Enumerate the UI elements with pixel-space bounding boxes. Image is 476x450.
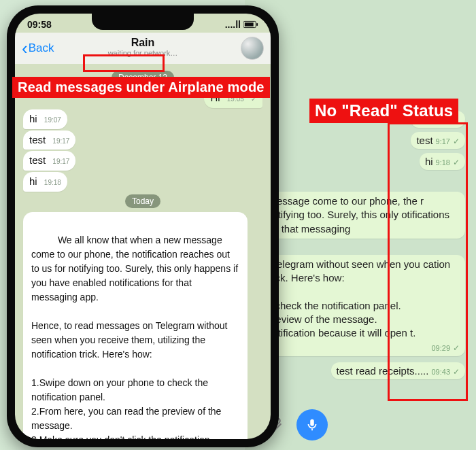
- message-row-in[interactable]: test 19:17: [23, 151, 262, 171]
- msg-time: 19:18: [44, 179, 61, 186]
- msg-text: hi: [29, 175, 37, 187]
- msg-time: 19:17: [52, 137, 69, 145]
- back-button[interactable]: ‹ Back: [22, 41, 54, 55]
- battery-icon: [243, 20, 258, 29]
- msg-text: …elegram without seen when you cation tr…: [267, 258, 460, 341]
- message-row-in[interactable]: We all know that when a new message come…: [23, 212, 262, 439]
- phone-frame: 09:58 ....ll ‹ Back Rain waiting for net…: [7, 5, 279, 447]
- annotation-label-right: No "Read" Status: [309, 99, 458, 123]
- mic-button[interactable]: [296, 409, 328, 440]
- bg-msg-out[interactable]: test 9:17 ✓: [411, 132, 465, 149]
- msg-text: test: [29, 154, 46, 166]
- svg-rect-3: [256, 23, 258, 26]
- svg-rect-0: [311, 429, 313, 431]
- msg-text: test: [29, 134, 46, 145]
- annotation-label-left: Read messages under Airplane mode: [12, 77, 270, 98]
- mic-icon: [305, 417, 320, 432]
- single-check-icon: ✓: [453, 158, 460, 167]
- compose-bar: [256, 405, 465, 443]
- msg-text: test read receipts.....: [337, 365, 429, 377]
- single-check-icon: ✓: [453, 367, 460, 377]
- connection-status: waiting for network…: [108, 49, 178, 57]
- msg-time: 09:29: [431, 343, 450, 353]
- msg-time: 09:43: [431, 368, 450, 376]
- message-row-in[interactable]: hi 19:07: [23, 109, 262, 129]
- status-time: 09:58: [27, 19, 52, 30]
- msg-time: 19:07: [44, 116, 61, 124]
- date-separator: Today: [125, 194, 160, 208]
- msg-time: 9:17: [436, 137, 450, 145]
- chat-title[interactable]: Rain waiting for network…: [108, 37, 178, 57]
- msg-text: We all know that when a new message come…: [31, 235, 241, 439]
- signal-icon: ....ll: [225, 19, 241, 30]
- phone-notch: [92, 14, 194, 30]
- msg-text: …essage come to our phone, the r notifyi…: [267, 194, 460, 236]
- msg-time: 9:18: [436, 158, 450, 167]
- desktop-chat-panel: test 9:17 ✓ test 9:17 ✓ hi 9:18 ✓ …essag…: [245, 0, 476, 450]
- bg-msg-out-long[interactable]: …essage come to our phone, the r notifyi…: [261, 192, 465, 239]
- avatar[interactable]: [241, 37, 264, 60]
- chevron-left-icon: ‹: [22, 44, 28, 53]
- bg-msg-out-long[interactable]: …elegram without seen when you cation tr…: [261, 255, 465, 357]
- back-label: Back: [29, 41, 54, 55]
- msg-text: test: [416, 135, 432, 146]
- bg-msg-out[interactable]: hi 9:18 ✓: [420, 153, 465, 170]
- svg-rect-2: [245, 22, 254, 27]
- msg-time: 19:17: [52, 158, 69, 165]
- contact-name: Rain: [108, 37, 178, 49]
- single-check-icon: ✓: [453, 137, 460, 146]
- message-list[interactable]: December 12 Hi 19:05 ✓ hi 19:07 test 19:…: [15, 64, 271, 439]
- msg-text: hi: [29, 113, 37, 124]
- message-row-in[interactable]: test 19:17: [23, 131, 262, 150]
- single-check-icon: ✓: [453, 343, 460, 353]
- msg-text: hi: [425, 156, 433, 167]
- bg-msg-out[interactable]: test read receipts..... 09:43 ✓: [331, 362, 465, 379]
- chat-header: ‹ Back Rain waiting for network…: [15, 33, 271, 64]
- message-row-in[interactable]: hi 19:18: [23, 172, 262, 192]
